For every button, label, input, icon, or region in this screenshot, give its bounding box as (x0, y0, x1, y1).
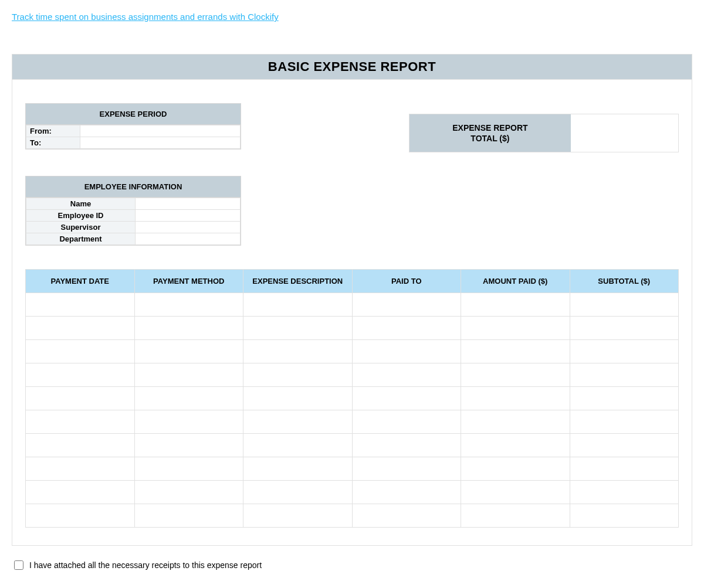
expense-cell[interactable] (134, 387, 243, 410)
expense-table-header-row: PAYMENT DATEPAYMENT METHODEXPENSE DESCRI… (26, 270, 679, 293)
expense-cell[interactable] (243, 363, 353, 387)
expense-cell[interactable] (570, 434, 679, 457)
expense-cell[interactable] (134, 504, 243, 528)
employee-info-label: Employee ID (26, 210, 136, 222)
expense-cell[interactable] (243, 340, 353, 363)
expense-cell[interactable] (26, 317, 135, 340)
expense-cell[interactable] (570, 293, 679, 317)
expense-period-to-row: To: (26, 137, 241, 149)
expense-cell[interactable] (26, 481, 135, 504)
expense-cell[interactable] (134, 317, 243, 340)
expense-column-header: PAID TO (352, 270, 461, 293)
expense-cell[interactable] (352, 481, 461, 504)
expense-cell[interactable] (461, 340, 570, 363)
expense-total-box: EXPENSE REPORT TOTAL ($) (409, 114, 679, 152)
expense-cell[interactable] (352, 410, 461, 434)
expense-report: BASIC EXPENSE REPORT EXPENSE PERIOD From… (12, 54, 692, 546)
report-title: BASIC EXPENSE REPORT (12, 54, 692, 80)
employee-info-row: Employee ID (26, 210, 241, 222)
expense-cell[interactable] (26, 340, 135, 363)
expense-cell[interactable] (243, 317, 353, 340)
expense-row (26, 387, 679, 410)
expense-total-label-line1: EXPENSE REPORT (452, 123, 527, 132)
expense-cell[interactable] (461, 457, 570, 481)
expense-cell[interactable] (243, 504, 353, 528)
employee-info-row: Department (26, 233, 241, 245)
receipts-checkbox[interactable] (14, 560, 23, 570)
expense-cell[interactable] (352, 293, 461, 317)
expense-cell[interactable] (243, 387, 353, 410)
expense-cell[interactable] (461, 363, 570, 387)
expense-cell[interactable] (461, 434, 570, 457)
expense-cell[interactable] (26, 504, 135, 528)
expense-cell[interactable] (461, 387, 570, 410)
expense-cell[interactable] (26, 434, 135, 457)
expense-cell[interactable] (570, 340, 679, 363)
expense-total-label-line2: TOTAL ($) (471, 134, 509, 143)
expense-cell[interactable] (570, 457, 679, 481)
expense-table: PAYMENT DATEPAYMENT METHODEXPENSE DESCRI… (25, 269, 679, 528)
expense-cell[interactable] (352, 457, 461, 481)
expense-cell[interactable] (352, 387, 461, 410)
expense-cell[interactable] (461, 504, 570, 528)
employee-info-header: EMPLOYEE INFORMATION (26, 176, 241, 198)
from-value[interactable] (80, 125, 241, 137)
expense-cell[interactable] (461, 293, 570, 317)
expense-total-label: EXPENSE REPORT TOTAL ($) (409, 114, 571, 152)
employee-info-row: Name (26, 198, 241, 210)
expense-cell[interactable] (26, 387, 135, 410)
expense-cell[interactable] (352, 317, 461, 340)
expense-cell[interactable] (570, 387, 679, 410)
receipts-confirmation-text: I have attached all the necessary receip… (29, 560, 262, 570)
expense-cell[interactable] (26, 457, 135, 481)
expense-row (26, 481, 679, 504)
expense-cell[interactable] (134, 481, 243, 504)
expense-row (26, 317, 679, 340)
expense-cell[interactable] (243, 481, 353, 504)
expense-cell[interactable] (461, 481, 570, 504)
from-label: From: (26, 125, 80, 137)
expense-cell[interactable] (26, 293, 135, 317)
expense-column-header: PAYMENT METHOD (134, 270, 243, 293)
employee-info-box: EMPLOYEE INFORMATION NameEmployee IDSupe… (25, 176, 241, 246)
expense-cell[interactable] (570, 481, 679, 504)
expense-cell[interactable] (461, 317, 570, 340)
expense-cell[interactable] (26, 410, 135, 434)
expense-cell[interactable] (352, 363, 461, 387)
employee-info-value[interactable] (136, 233, 241, 245)
expense-cell[interactable] (243, 457, 353, 481)
expense-period-box: EXPENSE PERIOD From: To: (25, 103, 241, 149)
employee-info-row: Supervisor (26, 222, 241, 233)
expense-cell[interactable] (570, 363, 679, 387)
to-value[interactable] (80, 137, 241, 149)
expense-cell[interactable] (134, 340, 243, 363)
expense-cell[interactable] (570, 317, 679, 340)
expense-period-header: EXPENSE PERIOD (26, 104, 241, 125)
expense-row (26, 293, 679, 317)
expense-total-value[interactable] (571, 114, 678, 152)
expense-cell[interactable] (243, 293, 353, 317)
expense-cell[interactable] (134, 434, 243, 457)
expense-cell[interactable] (243, 434, 353, 457)
employee-info-value[interactable] (136, 198, 241, 210)
employee-info-label: Department (26, 233, 136, 245)
expense-cell[interactable] (134, 363, 243, 387)
expense-cell[interactable] (461, 410, 570, 434)
to-label: To: (26, 137, 80, 149)
expense-cell[interactable] (243, 410, 353, 434)
expense-row (26, 363, 679, 387)
expense-cell[interactable] (352, 340, 461, 363)
expense-cell[interactable] (352, 504, 461, 528)
expense-row (26, 410, 679, 434)
employee-info-value[interactable] (136, 222, 241, 233)
expense-row (26, 340, 679, 363)
expense-cell[interactable] (26, 363, 135, 387)
expense-cell[interactable] (134, 410, 243, 434)
expense-cell[interactable] (570, 504, 679, 528)
expense-cell[interactable] (352, 434, 461, 457)
employee-info-value[interactable] (136, 210, 241, 222)
clockify-promo-link[interactable]: Track time spent on business assignments… (12, 12, 279, 22)
expense-cell[interactable] (134, 457, 243, 481)
expense-cell[interactable] (134, 293, 243, 317)
expense-cell[interactable] (570, 410, 679, 434)
